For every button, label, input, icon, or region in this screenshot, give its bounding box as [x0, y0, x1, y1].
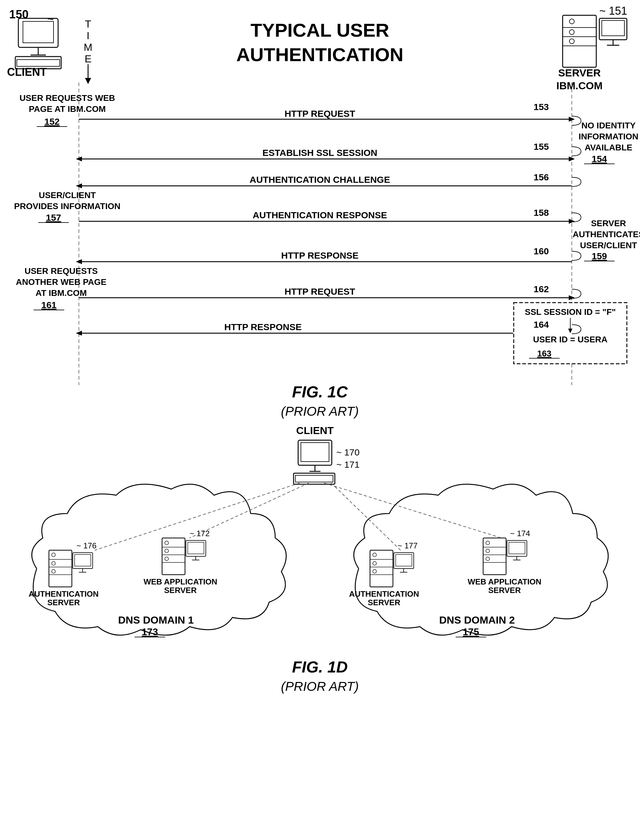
svg-text:157: 157 — [46, 212, 61, 222]
svg-text:HTTP RESPONSE: HTTP RESPONSE — [224, 322, 302, 332]
svg-text:FIG. 1D: FIG. 1D — [292, 658, 348, 676]
svg-text:E: E — [85, 53, 92, 64]
svg-text:~: ~ — [47, 13, 54, 26]
svg-text:ANOTHER WEB PAGE: ANOTHER WEB PAGE — [16, 277, 107, 287]
svg-text:USER ID = USERA: USER ID = USERA — [533, 335, 608, 344]
svg-rect-94 — [301, 442, 329, 462]
svg-text:162: 162 — [534, 284, 549, 294]
svg-text:SERVER: SERVER — [368, 598, 401, 607]
svg-text:161: 161 — [41, 300, 56, 310]
svg-text:CLIENT: CLIENT — [296, 425, 334, 436]
svg-text:AUTHENTICATES: AUTHENTICATES — [573, 230, 640, 239]
svg-text:SERVER: SERVER — [47, 598, 80, 607]
svg-text:TYPICAL USER: TYPICAL USER — [250, 19, 389, 41]
svg-marker-27 — [85, 78, 91, 84]
svg-text:150: 150 — [9, 8, 29, 21]
svg-text:USER/CLIENT: USER/CLIENT — [580, 241, 637, 250]
svg-text:WEB APPLICATION: WEB APPLICATION — [467, 577, 541, 586]
svg-text:~ 174: ~ 174 — [510, 529, 530, 538]
svg-text:152: 152 — [44, 117, 60, 126]
fig1d-diagram: ~ 170 ~ 171 CLIENT ~ 176 AUTHENTICATION … — [0, 422, 640, 840]
svg-text:(PRIOR ART): (PRIOR ART) — [281, 404, 359, 418]
svg-text:M: M — [84, 41, 92, 53]
svg-text:USER REQUESTS WEB: USER REQUESTS WEB — [19, 93, 115, 103]
svg-text:PROVIDES INFORMATION: PROVIDES INFORMATION — [14, 201, 120, 211]
svg-rect-98 — [295, 475, 333, 482]
svg-text:HTTP RESPONSE: HTTP RESPONSE — [281, 250, 359, 260]
svg-text:SSL SESSION ID = "F": SSL SESSION ID = "F" — [525, 307, 616, 317]
svg-text:153: 153 — [534, 102, 549, 112]
svg-text:164: 164 — [534, 319, 549, 329]
svg-text:158: 158 — [534, 208, 549, 218]
svg-point-13 — [570, 30, 574, 35]
svg-text:DNS DOMAIN 2: DNS DOMAIN 2 — [439, 614, 515, 626]
svg-text:160: 160 — [534, 246, 549, 256]
svg-text:155: 155 — [534, 142, 549, 152]
svg-point-12 — [570, 19, 574, 24]
svg-point-14 — [570, 39, 574, 44]
svg-text:HTTP REQUEST: HTTP REQUEST — [284, 109, 355, 118]
svg-text:AT IBM.COM: AT IBM.COM — [35, 288, 86, 298]
page: 150 ~ CLIENT ~ 151 SERVER IBM.COM T I M … — [0, 0, 640, 840]
svg-text:~ 170: ~ 170 — [336, 447, 360, 457]
svg-rect-15 — [599, 18, 627, 40]
svg-text:AUTHENTICATION RESPONSE: AUTHENTICATION RESPONSE — [253, 210, 387, 220]
svg-text:163: 163 — [537, 349, 552, 358]
svg-rect-5 — [17, 60, 60, 66]
svg-text:~ 177: ~ 177 — [397, 541, 418, 550]
svg-text:~ 176: ~ 176 — [77, 541, 97, 550]
svg-text:T: T — [85, 18, 91, 30]
svg-text:159: 159 — [592, 251, 607, 261]
svg-text:INFORMATION: INFORMATION — [579, 132, 638, 141]
svg-text:AUTHENTICATION CHALLENGE: AUTHENTICATION CHALLENGE — [250, 174, 390, 185]
client-label: CLIENT — [7, 66, 47, 78]
svg-text:173: 173 — [142, 626, 158, 637]
svg-text:DNS DOMAIN 1: DNS DOMAIN 1 — [118, 614, 194, 626]
svg-text:FIG. 1C: FIG. 1C — [292, 383, 348, 401]
svg-text:SERVER: SERVER — [558, 67, 600, 78]
svg-text:154: 154 — [592, 154, 607, 164]
svg-rect-8 — [563, 15, 596, 67]
svg-text:SERVER: SERVER — [591, 219, 626, 228]
fig1c-diagram: 150 ~ CLIENT ~ 151 SERVER IBM.COM T I M … — [0, 0, 640, 422]
svg-text:SERVER: SERVER — [164, 586, 197, 595]
svg-rect-97 — [294, 473, 335, 484]
svg-text:ESTABLISH SSL SESSION: ESTABLISH SSL SESSION — [262, 148, 378, 158]
svg-text:~ 171: ~ 171 — [336, 460, 360, 470]
svg-text:(PRIOR ART): (PRIOR ART) — [281, 679, 359, 693]
svg-text:I: I — [86, 30, 89, 41]
svg-text:AUTHENTICATION: AUTHENTICATION — [29, 589, 98, 599]
svg-text:IBM.COM: IBM.COM — [556, 80, 602, 91]
svg-rect-16 — [602, 21, 624, 36]
svg-text:AVAILABLE: AVAILABLE — [585, 143, 632, 152]
svg-text:NO IDENTITY: NO IDENTITY — [581, 121, 636, 130]
svg-text:HTTP REQUEST: HTTP REQUEST — [284, 286, 355, 297]
svg-text:AUTHENTICATION: AUTHENTICATION — [349, 589, 419, 599]
svg-text:156: 156 — [534, 172, 549, 182]
svg-text:WEB APPLICATION: WEB APPLICATION — [143, 577, 217, 586]
svg-text:AUTHENTICATION: AUTHENTICATION — [236, 44, 403, 65]
svg-text:USER/CLIENT: USER/CLIENT — [39, 190, 96, 200]
svg-text:PAGE AT IBM.COM: PAGE AT IBM.COM — [29, 104, 106, 114]
svg-text:USER REQUESTS: USER REQUESTS — [24, 266, 98, 276]
svg-text:175: 175 — [462, 626, 479, 637]
svg-text:~ 151: ~ 151 — [599, 5, 627, 17]
svg-text:SERVER: SERVER — [488, 586, 521, 595]
